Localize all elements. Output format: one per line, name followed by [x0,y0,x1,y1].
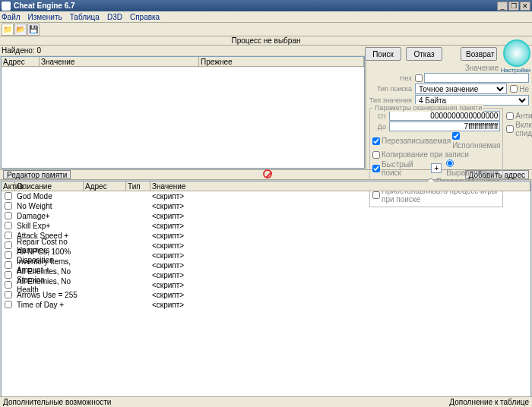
cheat-header-active[interactable]: Актив. [2,181,15,191]
undo-scan-button[interactable]: Возврат [461,47,497,61]
cheat-active-checkbox[interactable] [5,212,12,219]
cheat-row[interactable]: Arrows Use = 255<скрипт> [2,290,530,300]
cheat-desc[interactable]: Arrows Use = 255 [15,291,84,299]
cheat-active-checkbox[interactable] [5,271,12,279]
alignment-input[interactable] [431,163,442,173]
cheat-value[interactable]: <скрипт> [150,301,530,309]
cheat-header-desc[interactable]: Описание [15,181,84,191]
cheat-active-checkbox[interactable] [5,261,12,269]
unrandomizer-checkbox[interactable] [506,112,514,120]
cheat-value[interactable]: <скрипт> [150,241,530,250]
cheat-value[interactable]: <скрипт> [150,281,530,289]
toolbar: 📁 📂 💾 [0,23,532,36]
writable-label: Перезаписываемая [382,137,451,145]
fast-checkbox[interactable] [372,165,380,172]
open-process-button[interactable]: 📁 [2,24,14,36]
next-scan-button[interactable]: Отказ [406,47,442,61]
cow-checkbox[interactable] [372,151,380,159]
menu-table[interactable]: Таблица [70,13,100,21]
cheat-desc[interactable]: God Mode [15,192,84,200]
cheat-header-addr[interactable]: Адрес [84,181,126,191]
scan-panel: Настройки Поиск Отказ Возврат Значение H… [366,46,532,169]
align-radio[interactable] [446,159,454,167]
cheat-desc[interactable]: Damage+ [15,212,84,220]
cheat-value[interactable]: <скрипт> [150,232,530,240]
range-from-input[interactable] [389,111,500,121]
menu-d3d[interactable]: D3D [107,13,122,21]
executable-checkbox[interactable] [452,132,460,140]
executable-label: Исполняемая [452,141,500,150]
range-to-input[interactable] [389,121,500,131]
memopts-title: Параметры сканирования памяти [373,104,483,112]
ce-logo-icon[interactable] [503,39,530,67]
scantype-select[interactable]: Точное значение [415,84,507,94]
results-header-prev[interactable]: Прежнее [199,57,364,66]
memory-editor-button[interactable]: Редактор памяти [3,170,71,179]
cheat-desc[interactable]: Skill Exp+ [15,222,84,230]
first-scan-button[interactable]: Поиск [365,47,401,61]
cheat-row[interactable]: Skill Exp+<скрипт> [2,221,530,231]
value-label: Значение [465,64,499,72]
align-label: Выравнивание [446,169,499,177]
scantype-label: Тип поиска [369,85,412,93]
pause-checkbox[interactable] [372,191,380,199]
value-input[interactable] [424,73,529,83]
cheat-header-type[interactable]: Тип [126,181,150,191]
close-button[interactable]: ✕ [520,2,530,11]
cheat-value[interactable]: <скрипт> [150,251,530,260]
cheat-active-checkbox[interactable] [5,251,12,259]
cheat-active-checkbox[interactable] [5,291,12,298]
lua-label: Не [519,85,529,93]
process-label: Процесс не выбран [231,36,300,45]
found-count: Найдено: 0 [0,46,366,55]
cow-label: Копирование при записи [382,150,469,159]
cheat-desc[interactable]: Time of Day + [15,301,84,309]
cheat-active-checkbox[interactable] [5,241,12,249]
cheat-value[interactable]: <скрипт> [150,261,530,270]
scan-results[interactable]: Адрес Значение Прежнее [1,56,365,169]
cheat-value[interactable]: <скрипт> [150,271,530,279]
menu-edit[interactable]: Изменить [28,13,62,21]
cheat-active-checkbox[interactable] [5,192,12,200]
lua-checkbox[interactable] [510,85,518,93]
writable-checkbox[interactable] [372,137,380,145]
cheat-active-checkbox[interactable] [5,281,12,289]
save-button[interactable]: 💾 [27,24,40,36]
minimize-button[interactable]: _ [497,2,508,11]
cheat-active-checkbox[interactable] [5,222,12,229]
cheat-header-value[interactable]: Значение [150,181,530,191]
cheat-active-checkbox[interactable] [5,202,12,210]
unrandomizer-label: Антирандомайзер [515,112,532,120]
settings-link[interactable]: Настройки [501,67,530,74]
cheat-row[interactable]: All Enemies, No Health<скрипт> [2,280,530,290]
cheat-row[interactable]: Time of Day +<скрипт> [2,300,530,310]
maximize-button[interactable]: ❐ [508,2,519,11]
process-bar: Процесс не выбран [0,36,532,46]
memory-scan-options: Параметры сканирования памяти От До Пере… [369,108,503,207]
speedhack-checkbox[interactable] [506,125,514,133]
speedhack-label: Включить спидхак [515,121,532,137]
results-header-address[interactable]: Адрес [2,57,40,66]
cheat-value[interactable]: <скрипт> [150,212,530,220]
status-right[interactable]: Дополнение к таблице [449,398,529,406]
statusbar: Дополнительные возможности Дополнение к … [0,396,532,407]
status-left[interactable]: Дополнительные возможности [3,398,111,406]
titlebar: Cheat Engine 6.7 _ ❐ ✕ [0,0,532,11]
open-file-button[interactable]: 📂 [14,24,27,36]
cheat-row[interactable]: Damage+<скрипт> [2,211,530,221]
fast-label: Быстрый поиск [382,160,429,177]
results-header-value[interactable]: Значение [40,57,199,66]
cheat-table[interactable]: Актив. Описание Адрес Тип Значение God M… [1,181,531,402]
menubar: Файл Изменить Таблица D3D Справка [0,11,532,23]
menu-help[interactable]: Справка [130,13,160,21]
cheat-value[interactable]: <скрипт> [150,222,530,230]
cheat-active-checkbox[interactable] [5,232,12,239]
cheat-value[interactable]: <скрипт> [150,291,530,299]
cheat-desc[interactable]: No Weight [15,202,84,210]
cheat-active-checkbox[interactable] [5,301,12,308]
no-icon[interactable] [263,169,272,178]
app-icon [2,2,11,11]
menu-file[interactable]: Файл [2,13,21,21]
valtype-label: Тип значения [369,96,412,104]
hex-checkbox[interactable] [415,74,423,82]
